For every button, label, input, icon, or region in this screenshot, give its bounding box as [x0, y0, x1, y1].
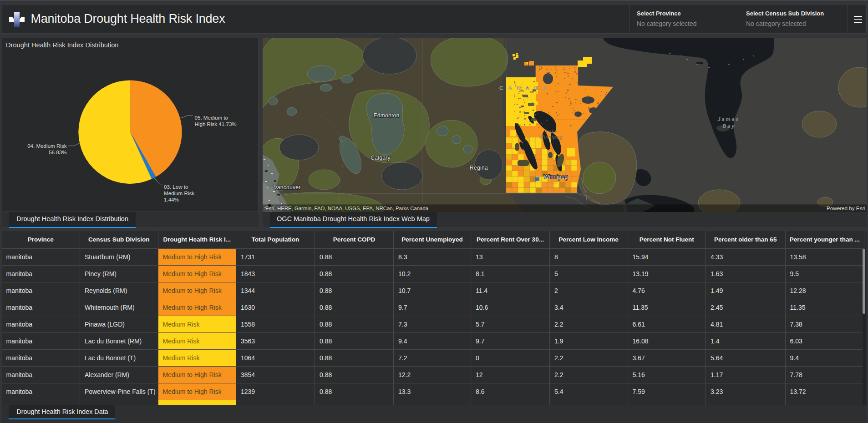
svg-text:Edmonton: Edmonton: [373, 112, 399, 119]
svg-text:James: James: [717, 116, 740, 122]
svg-text:Winnipeg: Winnipeg: [539, 134, 563, 140]
svg-text:Winnipeg: Winnipeg: [543, 174, 568, 180]
svg-text:Regina: Regina: [470, 165, 488, 171]
svg-text:05. Medium to: 05. Medium to: [194, 115, 228, 121]
svg-text:Esri, HERE, Garmin, FAO, NOAA,: Esri, HERE, Garmin, FAO, NOAA, USGS, EPA…: [265, 206, 429, 211]
svg-text:04. Medium Risk: 04. Medium Risk: [27, 143, 67, 149]
svg-text:Calgary: Calgary: [371, 155, 390, 161]
svg-text:03. Low to: 03. Low to: [164, 184, 188, 190]
svg-text:1.44%: 1.44%: [164, 196, 179, 202]
svg-text:56.83%: 56.83%: [49, 149, 66, 155]
svg-text:Vancouver: Vancouver: [274, 184, 300, 191]
svg-text:High Risk 41.73%: High Risk 41.73%: [194, 121, 236, 127]
svg-text:CANADA: CANADA: [499, 85, 551, 91]
svg-text:Drought Health Risk Index Dist: Drought Health Risk Index Distribution: [6, 41, 118, 49]
svg-text:Medium Risk: Medium Risk: [164, 190, 194, 196]
svg-text:Bay: Bay: [722, 123, 736, 129]
svg-text:Lake: Lake: [546, 129, 558, 134]
svg-text:Powered by Esri: Powered by Esri: [827, 205, 865, 211]
